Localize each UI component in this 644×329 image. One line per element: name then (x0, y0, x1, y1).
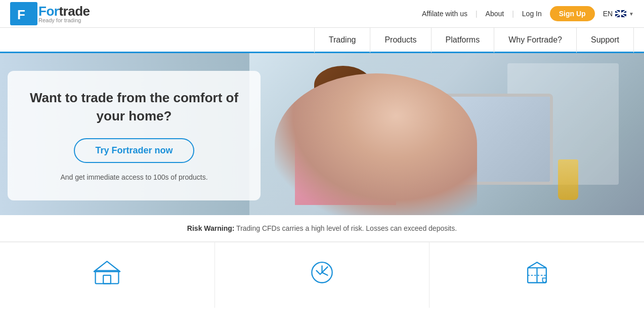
juice-glass (558, 159, 578, 200)
house-icon (93, 258, 121, 285)
login-button[interactable]: Log In (522, 10, 542, 18)
chevron-down-icon: ▼ (629, 11, 634, 17)
laptop-screen (414, 97, 550, 182)
lang-label: EN (603, 10, 613, 18)
nav-products[interactable]: Products (370, 27, 431, 53)
logo-text: Fortrade Ready for trading (38, 5, 90, 23)
divider-1: | (476, 10, 478, 18)
logo-area[interactable]: F Fortrade Ready for trading (10, 2, 90, 25)
hero-image (249, 53, 644, 215)
clock-icon (308, 258, 336, 285)
nav-trading[interactable]: Trading (314, 27, 371, 53)
risk-text: Trading CFDs carries a high level of ris… (234, 224, 457, 232)
cta-button[interactable]: Try Fortrader now (74, 138, 194, 163)
header: F Fortrade Ready for trading Affilate wi… (0, 0, 644, 28)
feature-clock (215, 242, 430, 308)
logo-for: For (38, 4, 59, 19)
hero-section: Want to trade from the comfort of your h… (0, 53, 644, 215)
about-link[interactable]: About (486, 10, 504, 18)
affiliate-link[interactable]: Affilate with us (422, 10, 467, 18)
hero-subtext: And get immediate access to 100s of prod… (28, 172, 240, 183)
nav-why[interactable]: Why Fortrade? (494, 27, 577, 53)
feature-products (430, 242, 644, 308)
header-right: Affilate with us | About | Log In Sign U… (422, 6, 634, 21)
nav-support[interactable]: Support (577, 27, 634, 53)
language-selector[interactable]: EN ▼ (603, 10, 634, 18)
risk-label: Risk Warning: (187, 224, 235, 232)
nav-platforms[interactable]: Platforms (432, 27, 495, 53)
person (280, 63, 421, 215)
logo-icon: F (10, 2, 37, 25)
logo-subtitle: Ready for trading (38, 18, 90, 23)
svg-line-7 (322, 272, 328, 275)
features-section (0, 242, 644, 308)
logo-trade: trade (59, 4, 90, 19)
hero-title: Want to trade from the comfort of your h… (28, 89, 240, 126)
svg-marker-3 (94, 261, 120, 271)
feature-home (0, 242, 215, 308)
divider-2: | (512, 10, 514, 18)
laptop (411, 94, 553, 185)
signup-button[interactable]: Sign Up (550, 6, 595, 21)
svg-text:F: F (17, 7, 25, 22)
svg-rect-4 (103, 275, 111, 284)
box-icon (523, 258, 551, 285)
hero-card: Want to trade from the comfort of your h… (8, 71, 261, 200)
main-nav: Trading Products Platforms Why Fortrade?… (0, 28, 644, 53)
svg-rect-2 (96, 271, 119, 284)
risk-warning-bar: Risk Warning: Trading CFDs carries a hig… (0, 215, 644, 242)
flag-icon (615, 10, 626, 17)
logo[interactable]: F Fortrade Ready for trading (10, 2, 90, 25)
